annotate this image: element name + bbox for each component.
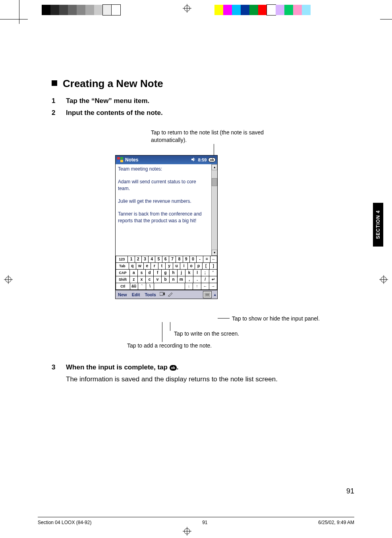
key[interactable]: t xyxy=(158,263,166,270)
app-title: Notes xyxy=(125,157,138,163)
key[interactable]: j xyxy=(178,270,185,276)
enter-key[interactable]: ↵ xyxy=(209,276,217,283)
step-text: When the input is complete, tap ok. xyxy=(66,363,178,371)
ctl-key[interactable]: Ctl xyxy=(116,283,130,290)
key[interactable]: i xyxy=(180,263,188,270)
key[interactable]: x xyxy=(138,276,146,283)
kbd-row-2: Tab q w e r t y u i o p [ ] xyxy=(116,263,217,270)
callout-sip: Tap to show or hide the input panel. xyxy=(232,315,335,322)
key[interactable]: - xyxy=(197,256,203,263)
key[interactable]: b xyxy=(162,276,170,283)
key[interactable]: y xyxy=(166,263,173,270)
step-1: 1 Tap the “New” menu item. xyxy=(52,97,346,105)
key[interactable]: u xyxy=(173,263,181,270)
svg-rect-13 xyxy=(120,157,123,159)
key[interactable]: k xyxy=(185,270,193,276)
key[interactable]: h xyxy=(170,270,178,276)
bullet-square-icon xyxy=(52,80,57,86)
key[interactable]: s xyxy=(138,270,146,276)
heading-text: Creating a New Note xyxy=(63,78,163,89)
key[interactable]: o xyxy=(188,263,195,270)
scroll-down-button[interactable]: ▾ xyxy=(212,250,217,256)
arrow-left-key[interactable]: ← xyxy=(201,283,209,290)
svg-marker-18 xyxy=(163,292,165,295)
key[interactable]: , xyxy=(185,276,193,283)
key[interactable]: 2 xyxy=(135,256,142,263)
svg-rect-17 xyxy=(160,292,163,295)
key[interactable]: \ xyxy=(146,283,154,290)
key[interactable]: n xyxy=(170,276,178,283)
key[interactable]: d xyxy=(146,270,154,276)
sip-arrow-icon[interactable]: ▴ xyxy=(212,293,217,297)
backspace-key[interactable]: ← xyxy=(210,256,217,263)
key[interactable]: . xyxy=(193,276,201,283)
page-number: 91 xyxy=(346,487,354,495)
key[interactable]: 6 xyxy=(162,256,169,263)
soft-keyboard[interactable]: 123 1 2 3 4 5 6 7 8 9 0 - = ← Tab xyxy=(116,256,217,290)
record-icon[interactable] xyxy=(158,291,166,297)
menu-tools[interactable]: Tools xyxy=(142,292,158,297)
callout-record: Tap to add a recording to the note. xyxy=(127,342,246,350)
pen-icon[interactable] xyxy=(166,291,174,298)
shift-key[interactable]: Shift xyxy=(116,276,130,283)
menu-edit[interactable]: Edit xyxy=(129,292,143,297)
key[interactable]: 0 xyxy=(190,256,197,263)
section-tab: SECTION 4 xyxy=(373,203,383,247)
arrow-down-key[interactable]: ↓ xyxy=(185,283,193,290)
registration-mark-icon xyxy=(183,527,191,536)
key[interactable]: 8 xyxy=(176,256,183,263)
arrow-up-key[interactable]: ↑ xyxy=(193,283,201,290)
leader-line xyxy=(218,318,230,319)
key[interactable]: l xyxy=(193,270,201,276)
title-bar: Notes 8:59 ok xyxy=(116,155,217,164)
svg-marker-16 xyxy=(191,157,194,161)
note-text-area[interactable]: Team meeting notes: Adam will send curre… xyxy=(116,164,211,256)
space-key[interactable] xyxy=(154,283,185,290)
key[interactable]: g xyxy=(162,270,170,276)
key[interactable]: 123 xyxy=(116,256,128,263)
key[interactable]: f xyxy=(154,270,162,276)
key[interactable]: / xyxy=(201,276,209,283)
clock-time[interactable]: 8:59 xyxy=(198,157,207,162)
menu-new[interactable]: New xyxy=(116,292,129,297)
key[interactable]: 7 xyxy=(169,256,176,263)
key[interactable]: p xyxy=(195,263,203,270)
key[interactable]: 3 xyxy=(142,256,149,263)
key[interactable]: z xyxy=(130,276,138,283)
footer-page: 91 xyxy=(202,520,207,525)
key[interactable]: = xyxy=(203,256,210,263)
key[interactable]: v xyxy=(154,276,162,283)
key[interactable]: [ xyxy=(203,263,210,270)
key[interactable]: 9 xyxy=(183,256,190,263)
step-number: 1 xyxy=(52,97,66,105)
tab-key[interactable]: Tab xyxy=(116,263,129,270)
key[interactable]: a xyxy=(130,270,138,276)
key[interactable]: ; xyxy=(201,270,209,276)
key[interactable]: 4 xyxy=(149,256,155,263)
scrollbar[interactable]: ▴ ▾ xyxy=(211,164,217,256)
leader-line xyxy=(170,322,170,331)
key[interactable]: r xyxy=(151,263,158,270)
key[interactable]: ] xyxy=(210,263,217,270)
svg-rect-15 xyxy=(120,160,123,162)
key[interactable]: q xyxy=(129,263,137,270)
ok-button[interactable]: ok xyxy=(208,157,216,162)
start-flag-icon[interactable] xyxy=(117,157,124,163)
key[interactable]: m xyxy=(178,276,185,283)
speaker-icon[interactable] xyxy=(191,157,196,163)
key[interactable]: ` xyxy=(138,283,146,290)
scroll-up-button[interactable]: ▴ xyxy=(212,164,217,170)
key[interactable]: 5 xyxy=(155,256,162,263)
key[interactable]: c xyxy=(146,276,154,283)
key[interactable]: w xyxy=(136,263,144,270)
key[interactable]: 1 xyxy=(128,256,135,263)
step-text-part: When the input is complete, tap xyxy=(66,363,170,371)
key[interactable]: e xyxy=(144,263,151,270)
intl-key[interactable]: áü xyxy=(130,283,138,290)
arrow-right-key[interactable]: → xyxy=(209,283,217,290)
sip-toggle-button[interactable] xyxy=(203,291,212,298)
key[interactable]: ' xyxy=(209,270,217,276)
note-body: Team meeting notes: Adam will send curre… xyxy=(116,164,217,256)
caps-key[interactable]: CAP xyxy=(116,270,130,276)
scroll-thumb[interactable] xyxy=(212,178,217,186)
